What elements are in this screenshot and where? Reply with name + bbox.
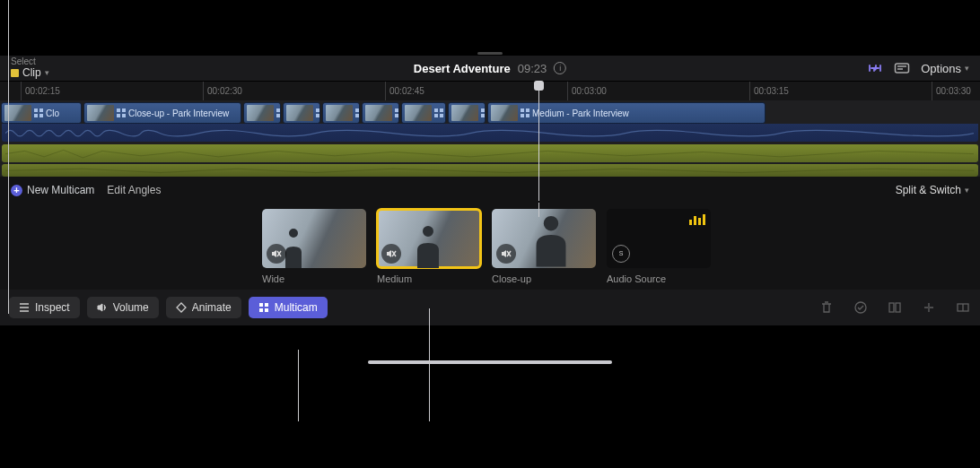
clip-selector[interactable]: Clip ▾ <box>11 66 49 79</box>
bottom-toolbar: Inspect Volume Animate Multicam <box>0 290 980 325</box>
svg-rect-26 <box>440 108 443 112</box>
clip-segment[interactable]: W <box>243 102 281 124</box>
clip-segment[interactable]: Cl <box>401 102 446 124</box>
callout-line-icon <box>538 203 539 217</box>
svg-rect-29 <box>481 108 485 112</box>
angle-label: Medium <box>377 273 481 284</box>
volume-label: Volume <box>113 301 149 314</box>
multicam-grid-icon <box>316 108 320 117</box>
multicam-grid-icon <box>117 108 126 117</box>
svg-rect-1 <box>34 108 38 112</box>
svg-rect-36 <box>526 114 529 117</box>
svg-rect-23 <box>395 114 398 117</box>
video-track[interactable]: CloClose-up - Park InterviewWWWWClWMediu… <box>0 100 980 124</box>
split-icon[interactable] <box>887 299 903 316</box>
svg-point-48 <box>855 302 866 313</box>
clip-segment[interactable]: Medium - Park Interview <box>487 102 766 124</box>
svg-rect-44 <box>259 303 263 307</box>
clip-selector-value: Clip <box>22 66 41 79</box>
new-multicam-button[interactable]: + New Multicam <box>11 184 94 196</box>
svg-rect-35 <box>521 114 524 117</box>
svg-rect-45 <box>265 303 268 307</box>
multicam-grid-icon <box>395 108 399 117</box>
overwrite-icon[interactable] <box>955 299 971 316</box>
volume-button[interactable]: Volume <box>87 297 159 318</box>
clip-thumbnail-icon <box>451 105 478 121</box>
angle-medium[interactable]: Medium <box>377 209 481 284</box>
callout-line-icon <box>429 308 430 421</box>
clip-segment[interactable]: Clo <box>1 102 82 124</box>
audio-track-1[interactable] <box>2 144 978 162</box>
options-button[interactable]: Options ▾ <box>921 62 969 75</box>
chevron-down-icon: ▾ <box>965 64 969 73</box>
horizontal-scrubber[interactable] <box>368 360 612 364</box>
timeline-header: Select Clip ▾ Desert Adventure 09:23 i O… <box>0 56 980 81</box>
svg-rect-50 <box>896 303 900 312</box>
animate-button[interactable]: Animate <box>166 297 241 318</box>
svg-rect-4 <box>39 114 43 117</box>
clip-segment[interactable]: W <box>322 102 360 124</box>
svg-rect-25 <box>434 108 438 112</box>
clip-segment[interactable]: W <box>283 102 320 124</box>
clip-color-icon <box>11 69 19 77</box>
callout-line-icon <box>8 0 9 215</box>
display-options-icon[interactable] <box>894 62 910 74</box>
project-title-area: Desert Adventure 09:23 i <box>414 62 566 75</box>
mute-icon[interactable] <box>267 244 286 264</box>
mute-icon[interactable] <box>381 244 401 264</box>
multicam-label: Multicam <box>275 301 318 314</box>
audio-track-2[interactable] <box>2 164 978 177</box>
split-switch-button[interactable]: Split & Switch ▾ <box>896 184 969 196</box>
clip-thumbnail-icon <box>491 105 518 121</box>
snap-icon[interactable] <box>867 62 883 74</box>
project-title: Desert Adventure <box>414 62 511 75</box>
info-icon[interactable]: i <box>554 62 566 74</box>
angle-audio-source[interactable]: S Audio Source <box>607 209 711 284</box>
clip-segment[interactable]: W <box>362 102 399 124</box>
inspect-button[interactable]: Inspect <box>9 297 80 318</box>
timeline-tracks[interactable]: CloClose-up - Park InterviewWWWWClWMediu… <box>0 100 980 177</box>
resize-grip-icon[interactable] <box>477 52 503 55</box>
svg-rect-31 <box>481 114 485 117</box>
mute-icon[interactable] <box>496 244 516 264</box>
angle-row: Wide Medium Close-up S <box>11 209 969 284</box>
multicam-grid-icon <box>481 108 486 117</box>
clip-thumbnail-icon <box>405 105 432 121</box>
clip-thumbnail-icon <box>286 105 313 121</box>
multicam-panel: + New Multicam Edit Angles Split & Switc… <box>0 177 980 290</box>
svg-rect-19 <box>355 114 359 117</box>
callout-line-icon <box>8 215 9 314</box>
trash-icon[interactable] <box>818 299 835 316</box>
audio-meter-icon <box>689 214 705 225</box>
svg-rect-0 <box>896 64 909 73</box>
ruler-tick: 00:03:15 <box>749 82 789 100</box>
time-ruler[interactable]: 00:02:15 00:02:30 00:02:45 00:03:00 00:0… <box>0 81 980 100</box>
ruler-tick: 00:03:30 <box>932 82 971 100</box>
svg-rect-47 <box>265 308 268 312</box>
svg-rect-11 <box>276 114 280 117</box>
angle-wide[interactable]: Wide <box>262 209 366 284</box>
clip-segment[interactable]: Close-up - Park Interview <box>83 102 241 124</box>
clip-thumbnail-icon <box>326 105 353 121</box>
multicam-button[interactable]: Multicam <box>249 297 328 318</box>
clip-audio-track[interactable] <box>2 124 978 142</box>
approve-icon[interactable] <box>853 299 869 316</box>
ruler-tick: 00:02:15 <box>21 82 60 100</box>
svg-rect-17 <box>355 108 359 112</box>
plus-icon: + <box>11 185 22 196</box>
svg-rect-3 <box>34 114 38 117</box>
insert-icon[interactable] <box>921 299 937 316</box>
svg-rect-46 <box>259 308 263 312</box>
playhead[interactable] <box>538 84 539 201</box>
svg-rect-9 <box>276 108 280 112</box>
angle-closeup[interactable]: Close-up <box>492 209 596 284</box>
svg-rect-49 <box>889 303 894 312</box>
split-switch-label: Split & Switch <box>896 184 961 196</box>
ruler-tick: 00:02:45 <box>385 82 424 100</box>
inspect-label: Inspect <box>35 301 70 314</box>
clip-segment[interactable]: W <box>448 102 486 124</box>
ruler-tick: 00:02:30 <box>203 82 242 100</box>
edit-angles-button[interactable]: Edit Angles <box>107 184 161 196</box>
animate-label: Animate <box>192 301 232 314</box>
svg-rect-2 <box>39 108 43 112</box>
